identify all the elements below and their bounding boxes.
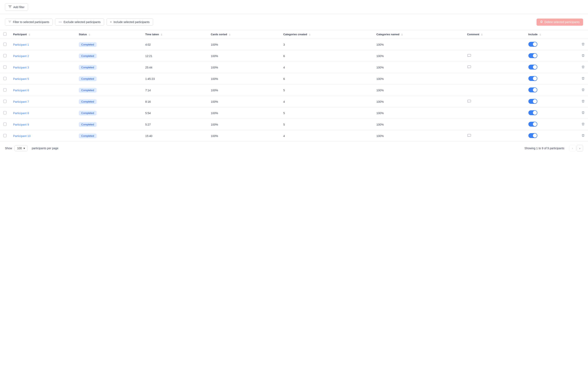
participant-link-10[interactable]: Participant 10 — [13, 134, 31, 138]
categories-named-7: 100% — [373, 96, 464, 108]
delete-row-icon-10[interactable] — [581, 134, 585, 138]
filter-to-selected-button[interactable]: Filter to selected participants — [5, 18, 53, 26]
exclude-selected-button[interactable]: — Exclude selected participants — [55, 18, 104, 26]
col-comment: Comment — [464, 30, 525, 39]
row-checkbox-7[interactable] — [3, 100, 7, 103]
add-filter-button[interactable]: Add filter — [5, 3, 28, 11]
participant-link-2[interactable]: Participant 2 — [13, 54, 29, 58]
next-page-button[interactable]: › — [577, 145, 583, 151]
cards-sorted-3: 100% — [208, 62, 280, 73]
comment-cell-5 — [464, 73, 525, 85]
include-toggle-10[interactable] — [528, 133, 537, 138]
include-toggle-2[interactable] — [528, 53, 537, 58]
comment-icon-7[interactable] — [467, 101, 471, 104]
include-selected-button[interactable]: + Include selected participants — [107, 18, 153, 26]
prev-page-button[interactable]: ‹ — [569, 145, 576, 151]
status-badge-2: Completed — [79, 54, 96, 58]
comment-cell-3 — [464, 62, 525, 73]
cards-sorted-8: 100% — [208, 108, 280, 119]
sort-comment-icon[interactable] — [481, 33, 483, 36]
select-all-checkbox[interactable] — [3, 33, 7, 36]
per-page-select[interactable]: 100 ▾ — [15, 145, 27, 151]
include-toggle-9[interactable] — [528, 122, 537, 127]
include-cell-8 — [525, 108, 578, 119]
sort-participant-icon[interactable] — [28, 33, 30, 36]
include-toggle-3[interactable] — [528, 65, 537, 69]
cards-sorted-10: 100% — [208, 130, 280, 142]
include-cell-7 — [525, 96, 578, 108]
include-cell-6 — [525, 85, 578, 96]
include-toggle-8[interactable] — [528, 110, 537, 115]
delete-row-icon-3[interactable] — [581, 66, 585, 69]
include-cell-2 — [525, 50, 578, 62]
delete-row-icon-5[interactable] — [581, 77, 585, 81]
status-badge-7: Completed — [79, 99, 96, 104]
action-bar: Filter to selected participants — Exclud… — [0, 14, 588, 30]
footer: Show 100 ▾ participants per page Showing… — [0, 142, 588, 155]
categories-named-5: 100% — [373, 73, 464, 85]
sort-status-icon[interactable] — [88, 33, 90, 36]
sort-include-icon[interactable] — [539, 33, 541, 36]
row-checkbox-10[interactable] — [3, 134, 7, 137]
delete-row-icon-8[interactable] — [581, 111, 585, 115]
comment-icon-3[interactable] — [467, 67, 471, 70]
cards-sorted-6: 100% — [208, 85, 280, 96]
participant-link-3[interactable]: Participant 3 — [13, 66, 29, 69]
delete-row-icon-6[interactable] — [581, 89, 585, 92]
status-badge-5: Completed — [79, 76, 96, 81]
comment-icon-2[interactable] — [467, 55, 471, 58]
delete-row-icon-7[interactable] — [581, 100, 585, 104]
include-cell-3 — [525, 62, 578, 73]
row-checkbox-8[interactable] — [3, 111, 7, 114]
time-taken-2: 12:21 — [142, 50, 208, 62]
comment-icon-10[interactable] — [467, 135, 471, 138]
status-badge-1: Completed — [79, 42, 96, 47]
exclude-icon: — — [59, 20, 62, 24]
categories-named-1: 100% — [373, 39, 464, 50]
row-checkbox-2[interactable] — [3, 54, 7, 57]
row-checkbox-6[interactable] — [3, 88, 7, 92]
participant-link-8[interactable]: Participant 8 — [13, 111, 29, 115]
col-status: Status — [76, 30, 142, 39]
time-taken-1: 4:02 — [142, 39, 208, 50]
svg-rect-2 — [467, 100, 471, 102]
status-badge-8: Completed — [79, 111, 96, 115]
chevron-down-icon: ▾ — [24, 147, 25, 150]
sort-categories-created-icon[interactable] — [309, 33, 311, 36]
delete-selected-button[interactable]: Delete selected participants — [536, 18, 583, 26]
include-toggle-6[interactable] — [528, 87, 537, 92]
row-checkbox-9[interactable] — [3, 123, 7, 126]
sort-cards-icon[interactable] — [229, 33, 231, 36]
participant-link-7[interactable]: Participant 7 — [13, 100, 29, 103]
include-toggle-5[interactable] — [528, 76, 537, 81]
delete-row-icon-2[interactable] — [581, 54, 585, 58]
delete-row-icon-9[interactable] — [581, 123, 585, 126]
delete-row-icon-1[interactable] — [581, 43, 585, 47]
include-toggle-7[interactable] — [528, 99, 537, 104]
categories-named-6: 100% — [373, 85, 464, 96]
time-taken-7: 8:16 — [142, 96, 208, 108]
svg-rect-3 — [467, 134, 471, 136]
participant-link-9[interactable]: Participant 9 — [13, 123, 29, 126]
sort-categories-named-icon[interactable] — [401, 33, 403, 36]
sort-time-icon[interactable] — [160, 33, 163, 36]
include-toggle-1[interactable] — [528, 42, 537, 47]
participant-link-5[interactable]: Participant 5 — [13, 77, 29, 81]
participant-link-1[interactable]: Participant 1 — [13, 43, 29, 46]
table-row: Participant 9 Completed 5:27 100% 5 100% — [0, 119, 588, 130]
categories-created-9: 5 — [280, 119, 373, 130]
row-checkbox-3[interactable] — [3, 66, 7, 69]
participant-link-6[interactable]: Participant 6 — [13, 89, 29, 92]
table-row: Participant 6 Completed 7:14 100% 5 100% — [0, 85, 588, 96]
delete-icon — [540, 20, 543, 24]
status-badge-9: Completed — [79, 122, 96, 127]
table-row: Participant 8 Completed 5:54 100% 5 100% — [0, 108, 588, 119]
col-include: Include — [525, 30, 578, 39]
row-checkbox-5[interactable] — [3, 77, 7, 80]
col-time-taken: Time taken — [142, 30, 208, 39]
row-checkbox-1[interactable] — [3, 43, 7, 46]
filter-icon — [8, 5, 12, 9]
cards-sorted-9: 100% — [208, 119, 280, 130]
table-row: Participant 10 Completed 15:40 100% 4 10… — [0, 130, 588, 142]
categories-named-9: 100% — [373, 119, 464, 130]
